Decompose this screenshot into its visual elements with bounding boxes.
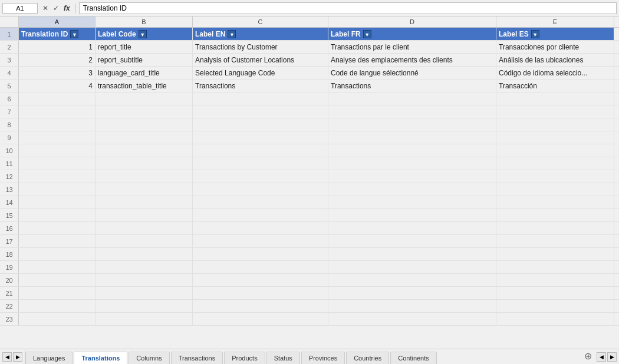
- empty-cell[interactable]: [496, 222, 614, 234]
- tab-scroll-left-btn[interactable]: ◀: [2, 352, 12, 362]
- empty-cell[interactable]: [96, 313, 193, 325]
- sheet-tab-continents[interactable]: Continents: [390, 352, 437, 364]
- tab-scroll-right-btn[interactable]: ▶: [13, 352, 22, 362]
- cell-reference-box[interactable]: [2, 3, 38, 14]
- empty-cell[interactable]: [496, 92, 614, 105]
- empty-cell[interactable]: [328, 118, 496, 131]
- empty-cell[interactable]: [328, 105, 496, 118]
- empty-cell[interactable]: [496, 248, 614, 260]
- sheet-tab-transactions[interactable]: Transactions: [171, 352, 223, 364]
- filter-dropdown-E[interactable]: ▼: [531, 30, 539, 38]
- empty-cell[interactable]: [496, 261, 614, 273]
- empty-cell[interactable]: [96, 287, 193, 299]
- column-header-B[interactable]: B: [96, 16, 193, 27]
- formula-input[interactable]: [79, 2, 617, 14]
- empty-cell[interactable]: [496, 196, 614, 209]
- empty-cell[interactable]: [496, 170, 614, 183]
- column-header-E[interactable]: E: [496, 16, 614, 27]
- empty-cell[interactable]: [19, 209, 96, 221]
- empty-cell[interactable]: [19, 92, 96, 105]
- empty-cell[interactable]: [19, 144, 96, 157]
- empty-cell[interactable]: [96, 274, 193, 286]
- empty-cell[interactable]: [19, 131, 96, 144]
- empty-cell[interactable]: [19, 196, 96, 209]
- empty-cell[interactable]: [19, 261, 96, 273]
- column-header-A[interactable]: A: [19, 16, 96, 27]
- empty-cell[interactable]: [19, 105, 96, 118]
- function-icon[interactable]: fx: [62, 4, 71, 12]
- empty-cell[interactable]: [96, 157, 193, 170]
- empty-cell[interactable]: [193, 300, 328, 312]
- cancel-icon[interactable]: ✕: [41, 4, 50, 12]
- tab-scroll-btn-left[interactable]: ◀: [597, 352, 606, 362]
- empty-cell[interactable]: [328, 183, 496, 196]
- empty-cell[interactable]: [19, 274, 96, 286]
- empty-cell[interactable]: [496, 274, 614, 286]
- empty-cell[interactable]: [328, 131, 496, 144]
- empty-cell[interactable]: [496, 313, 614, 325]
- add-sheet-button[interactable]: ⊕: [581, 349, 594, 362]
- sheet-tab-translations[interactable]: Translations: [74, 352, 127, 364]
- empty-cell[interactable]: [193, 248, 328, 260]
- sheet-tab-countries[interactable]: Countries: [346, 352, 389, 364]
- empty-cell[interactable]: [96, 92, 193, 105]
- empty-cell[interactable]: [328, 170, 496, 183]
- empty-cell[interactable]: [193, 196, 328, 209]
- empty-cell[interactable]: [496, 235, 614, 247]
- empty-cell[interactable]: [96, 196, 193, 209]
- empty-cell[interactable]: [328, 92, 496, 105]
- cell-3-B[interactable]: report_subtitle: [96, 54, 193, 66]
- cell-4-E[interactable]: Código de idioma seleccio...: [496, 67, 614, 79]
- empty-cell[interactable]: [96, 183, 193, 196]
- cell-2-B[interactable]: report_title: [96, 41, 193, 53]
- cell-5-E[interactable]: Transacción: [496, 80, 614, 92]
- header-cell-C[interactable]: Label EN▼: [193, 28, 328, 40]
- empty-cell[interactable]: [328, 313, 496, 325]
- empty-cell[interactable]: [193, 157, 328, 170]
- empty-cell[interactable]: [328, 157, 496, 170]
- empty-cell[interactable]: [193, 287, 328, 299]
- empty-cell[interactable]: [96, 105, 193, 118]
- cell-2-D[interactable]: Transactions par le client: [328, 41, 496, 53]
- cell-3-C[interactable]: Analysis of Customer Locations: [193, 54, 328, 66]
- empty-cell[interactable]: [496, 131, 614, 144]
- empty-cell[interactable]: [193, 183, 328, 196]
- empty-cell[interactable]: [19, 235, 96, 247]
- sheet-tab-languages[interactable]: Languages: [25, 352, 73, 364]
- column-header-D[interactable]: D: [328, 16, 496, 27]
- empty-cell[interactable]: [328, 222, 496, 234]
- header-cell-A[interactable]: Translation ID▼: [19, 28, 96, 40]
- cell-3-D[interactable]: Analyse des emplacements des clients: [328, 54, 496, 66]
- filter-dropdown-C[interactable]: ▼: [228, 30, 236, 38]
- empty-cell[interactable]: [496, 183, 614, 196]
- empty-cell[interactable]: [496, 118, 614, 131]
- empty-cell[interactable]: [496, 105, 614, 118]
- empty-cell[interactable]: [193, 170, 328, 183]
- empty-cell[interactable]: [19, 300, 96, 312]
- cell-5-A[interactable]: 4: [19, 80, 96, 92]
- empty-cell[interactable]: [19, 248, 96, 260]
- empty-cell[interactable]: [496, 300, 614, 312]
- filter-dropdown-A[interactable]: ▼: [70, 30, 78, 38]
- empty-cell[interactable]: [193, 105, 328, 118]
- empty-cell[interactable]: [96, 144, 193, 157]
- empty-cell[interactable]: [19, 183, 96, 196]
- empty-cell[interactable]: [96, 261, 193, 273]
- empty-cell[interactable]: [96, 209, 193, 221]
- empty-cell[interactable]: [328, 235, 496, 247]
- empty-cell[interactable]: [193, 235, 328, 247]
- empty-cell[interactable]: [19, 287, 96, 299]
- empty-cell[interactable]: [19, 118, 96, 131]
- empty-cell[interactable]: [193, 92, 328, 105]
- sheet-tab-products[interactable]: Products: [224, 352, 265, 364]
- empty-cell[interactable]: [328, 300, 496, 312]
- empty-cell[interactable]: [193, 222, 328, 234]
- cell-4-B[interactable]: language_card_title: [96, 67, 193, 79]
- empty-cell[interactable]: [328, 209, 496, 221]
- empty-cell[interactable]: [19, 170, 96, 183]
- header-cell-E[interactable]: Label ES▼: [496, 28, 614, 40]
- sheet-tab-status[interactable]: Status: [266, 352, 300, 364]
- cell-2-C[interactable]: Transactions by Customer: [193, 41, 328, 53]
- empty-cell[interactable]: [96, 131, 193, 144]
- empty-cell[interactable]: [96, 170, 193, 183]
